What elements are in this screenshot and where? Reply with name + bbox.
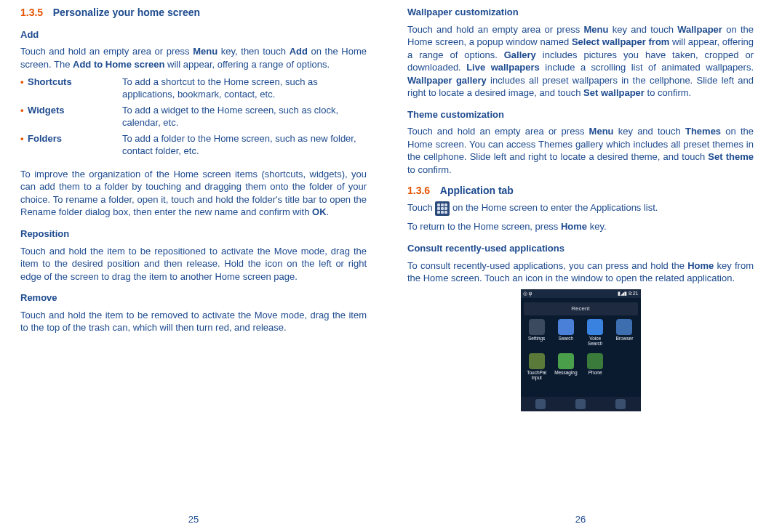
bullet-label: Widgets — [28, 104, 122, 117]
app-cell: TouchPal Input — [523, 353, 551, 380]
bullet-row: •ShortcutsTo add a shortcut to the Home … — [20, 76, 367, 101]
app-label: Voice Search — [581, 336, 609, 346]
status-right: ▮◢▮ 8:21 — [618, 290, 639, 297]
page-number-right: 26 — [387, 513, 774, 526]
app-grid-icon — [435, 201, 450, 216]
remove-paragraph: Touch and hold the item to be removed to… — [20, 309, 367, 334]
section-header-1-3-5: 1.3.5 Personalize your home screen — [20, 6, 367, 20]
section-title: Application tab — [440, 185, 514, 196]
phone-icon — [535, 399, 546, 409]
bullet-label: Folders — [28, 132, 122, 145]
bullet-row: •WidgetsTo add a widget to the Home scre… — [20, 104, 367, 129]
left-page: 1.3.5 Personalize your home screen Add T… — [0, 0, 387, 532]
section-number: 1.3.5 — [20, 7, 43, 18]
theme-heading: Theme customization — [407, 108, 754, 121]
recent-label: Recent — [524, 302, 638, 316]
bottom-nav-bar — [521, 397, 641, 411]
app-icon — [558, 353, 574, 369]
add-heading: Add — [20, 28, 367, 41]
app-label: TouchPal Input — [523, 371, 551, 380]
phone-screenshot: ◎ ψ ▮◢▮ 8:21 Recent SettingsSearchVoice … — [521, 289, 641, 411]
remove-heading: Remove — [20, 291, 367, 305]
app-row: TouchPal InputMessagingPhone — [521, 350, 641, 384]
app-icon — [587, 353, 603, 369]
app-icon — [558, 319, 574, 335]
section-number: 1.3.6 — [407, 185, 430, 196]
bullet-row: •FoldersTo add a folder to the Home scre… — [20, 132, 367, 158]
consult-paragraph: To consult recently-used applications, y… — [407, 259, 754, 285]
bullet-desc: To add a widget to the Home screen, such… — [122, 104, 367, 129]
status-bar: ◎ ψ ▮◢▮ 8:21 — [521, 289, 641, 298]
add-paragraph: Touch and hold an empty area or press Me… — [20, 45, 367, 70]
bullet-desc: To add a folder to the Home screen, such… — [122, 132, 367, 158]
bullet-dot: • — [20, 104, 28, 117]
status-left-icons: ◎ ψ — [523, 290, 532, 297]
bullet-label: Shortcuts — [28, 76, 122, 89]
wallpaper-paragraph: Touch and hold an empty area or press Me… — [407, 23, 754, 100]
app-cell: Messaging — [552, 353, 580, 380]
recent-apps-grid: SettingsSearchVoice SearchBrowserTouchPa… — [521, 315, 641, 384]
app-label: Messaging — [552, 371, 580, 376]
wallpaper-heading: Wallpaper customization — [407, 6, 754, 19]
app-icon — [529, 319, 545, 335]
app-icon — [529, 353, 545, 369]
application-tab-paragraph: Touch on the Home screen to enter the Ap… — [407, 201, 754, 216]
theme-paragraph: Touch and hold an empty area or press Me… — [407, 125, 754, 176]
bullet-dot: • — [20, 132, 28, 145]
right-page: Wallpaper customization Touch and hold a… — [387, 0, 774, 532]
app-cell — [610, 353, 638, 380]
app-cell: Voice Search — [581, 319, 609, 346]
reposition-paragraph: Touch and hold the item to be reposition… — [20, 245, 367, 283]
app-cell: Search — [552, 319, 580, 346]
app-label: Settings — [523, 336, 551, 342]
reposition-heading: Reposition — [20, 227, 367, 241]
app-cell: Browser — [610, 319, 638, 346]
app-icon — [587, 319, 603, 335]
app-row: SettingsSearchVoice SearchBrowser — [521, 315, 641, 350]
app-icon — [616, 319, 632, 335]
organization-paragraph: To improve the organization of the Home … — [20, 168, 367, 219]
app-label: Search — [552, 336, 580, 342]
page-number-left: 25 — [0, 513, 387, 526]
app-cell: Settings — [523, 319, 551, 346]
bullet-list: •ShortcutsTo add a shortcut to the Home … — [20, 76, 367, 158]
section-header-1-3-6: 1.3.6 Application tab — [407, 184, 754, 198]
bullet-desc: To add a shortcut to the Home screen, su… — [122, 76, 367, 101]
bullet-dot: • — [20, 76, 28, 89]
app-label: Phone — [581, 371, 609, 376]
return-home-paragraph: To return to the Home screen, press Home… — [407, 220, 754, 233]
consult-heading: Consult recently-used applications — [407, 242, 754, 255]
app-label: Browser — [610, 336, 638, 342]
grid-icon — [575, 399, 586, 409]
app-cell: Phone — [581, 353, 609, 380]
message-icon — [615, 399, 626, 409]
section-title: Personalize your home screen — [53, 7, 200, 18]
